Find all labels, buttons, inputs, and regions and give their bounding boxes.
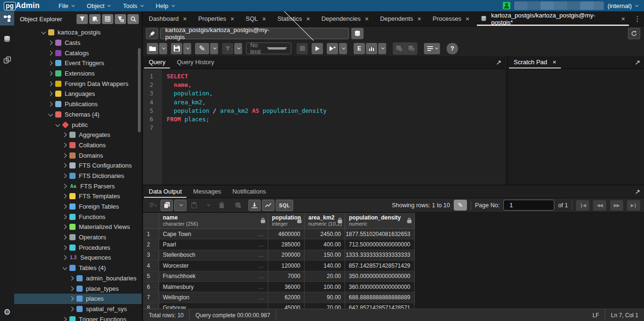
tree-item-casts[interactable]: Casts: [14, 38, 142, 48]
expand-icon[interactable]: [61, 213, 68, 220]
cell-name[interactable]: Paarl...: [159, 239, 268, 249]
download-results-icon[interactable]: [248, 200, 261, 211]
tab-dependents[interactable]: Dependents×: [374, 11, 427, 26]
save-file-icon[interactable]: [171, 43, 182, 54]
close-tab-icon[interactable]: ×: [466, 15, 469, 23]
menu-tools[interactable]: Tools: [116, 0, 149, 11]
tree-item-places[interactable]: places: [14, 294, 142, 304]
open-file-menu-icon[interactable]: [159, 43, 167, 54]
cell-name[interactable]: Cape Town...: [159, 229, 268, 239]
scratch-pad-body[interactable]: [508, 69, 644, 185]
expand-icon[interactable]: [61, 132, 68, 138]
search-icon[interactable]: [127, 14, 139, 24]
tree-item-fts-templates[interactable]: FTS Templates: [14, 191, 142, 202]
tree-item-collations[interactable]: Collations: [14, 140, 142, 151]
expand-icon[interactable]: [68, 296, 75, 302]
cell-population[interactable]: 200000: [268, 250, 305, 260]
tree-item-kartoza-postgis[interactable]: kartoza_postgis: [14, 27, 142, 38]
cell-population[interactable]: 45000: [268, 303, 305, 309]
cell-population[interactable]: 36000: [268, 282, 305, 292]
row-number-cell[interactable]: 5: [143, 271, 159, 281]
macros-icon[interactable]: [424, 43, 440, 54]
cell-population[interactable]: 120000: [268, 261, 305, 270]
tree-item-domains[interactable]: Domains: [14, 150, 142, 160]
edit-icon[interactable]: ✎: [195, 43, 209, 54]
cell-name[interactable]: Franschhoek...: [159, 271, 268, 281]
cell-area_km2[interactable]: 150.00: [305, 250, 345, 260]
tree-item-public[interactable]: public: [14, 119, 142, 130]
tree-item-foreign-data-wrappers[interactable]: Foreign Data Wrappers: [14, 78, 142, 89]
tree-item-fts-dictionaries[interactable]: FTS Dictionaries: [14, 171, 142, 181]
collapse-icon[interactable]: [47, 111, 53, 118]
expand-icon[interactable]: [61, 193, 68, 200]
tab-processes[interactable]: Processes×: [427, 11, 475, 26]
tree-item-languages[interactable]: Languages: [14, 89, 142, 99]
expand-icon[interactable]: [47, 101, 53, 108]
close-tab-icon[interactable]: ×: [417, 15, 421, 23]
tree-item-tables-4-[interactable]: Tables (4): [14, 263, 142, 273]
scratch-pad-tab[interactable]: Scratch Pad ×: [508, 56, 562, 68]
column-header-population[interactable]: populationinteger: [268, 213, 305, 228]
row-number-cell[interactable]: 7: [143, 292, 159, 302]
tree-item-event-triggers[interactable]: Event Triggers: [14, 58, 142, 68]
tree-item-catalogs[interactable]: Catalogs: [14, 48, 142, 58]
tree-item-materialized-views[interactable]: Materialized Views: [14, 222, 142, 232]
cell-area_km2[interactable]: 90.00: [305, 292, 345, 302]
tree-item-fts-parsers[interactable]: AaFTS Parsers: [14, 181, 142, 191]
editor-tab-query[interactable]: Query: [143, 56, 171, 68]
copy-menu-icon[interactable]: [174, 200, 186, 211]
expand-icon[interactable]: [47, 91, 53, 97]
new-connection-icon[interactable]: [351, 28, 364, 39]
expand-icon[interactable]: [47, 80, 53, 87]
connection-status-icon[interactable]: [146, 28, 158, 39]
expand-scratch-pad-icon[interactable]: ↗: [635, 59, 640, 66]
expand-icon[interactable]: [61, 244, 68, 251]
add-row-icon[interactable]: [147, 200, 159, 211]
edit-menu-icon[interactable]: [210, 43, 218, 54]
save-file-menu-icon[interactable]: [183, 43, 191, 54]
tree-item-place-types[interactable]: place_types: [14, 283, 142, 294]
cell-area_km2[interactable]: 2450.00: [305, 229, 345, 239]
explain-analyze-icon[interactable]: [366, 43, 377, 54]
cancel-query-icon[interactable]: [297, 43, 308, 54]
explain-menu-icon[interactable]: [378, 43, 386, 54]
user-menu[interactable]: (internal): [608, 2, 637, 9]
rollback-icon[interactable]: [406, 43, 417, 54]
cell-name[interactable]: Grabouw...: [159, 303, 268, 309]
cursor-position-label[interactable]: Ln 7, Col 1: [605, 312, 644, 319]
cell-population_density[interactable]: 1877.5510204081632653: [345, 229, 415, 239]
cell-name[interactable]: Wellington...: [159, 292, 268, 302]
close-tab-icon[interactable]: ×: [621, 15, 625, 23]
connection-selector[interactable]: kartoza_postgis/kartoza_postgis@my-postg…: [160, 28, 349, 39]
expand-icon[interactable]: [47, 50, 53, 56]
expand-editor-icon[interactable]: ↗: [496, 59, 501, 66]
filtered-rows-icon[interactable]: [115, 14, 126, 24]
sql-editor[interactable]: 1234567 SELECT name, population, area_km…: [143, 69, 505, 185]
execute-query-icon[interactable]: [312, 43, 323, 54]
settings-gear-icon[interactable]: ⚙: [0, 305, 14, 319]
tab-properties[interactable]: Properties×: [193, 11, 240, 26]
cell-population[interactable]: 7000: [268, 271, 305, 281]
cell-population[interactable]: 285000: [268, 239, 305, 249]
row-number-cell[interactable]: 3: [143, 250, 159, 260]
tree-item-sequences[interactable]: 1.3Sequences: [14, 253, 142, 263]
tab-kartoza-postgis-kartoza-postgi[interactable]: kartoza_postgis/kartoza_postgis@my-postg…: [475, 11, 631, 26]
expand-icon[interactable]: [61, 142, 68, 148]
editor-tab-query-history[interactable]: Query History: [171, 56, 220, 68]
last-page-icon[interactable]: ▶❙: [627, 200, 640, 211]
tree-item-procedures[interactable]: Procedures: [14, 242, 142, 253]
cell-population_density[interactable]: 712.5000000000000000: [345, 239, 415, 249]
commit-icon[interactable]: [393, 43, 405, 54]
menu-help[interactable]: Help: [149, 0, 180, 11]
filter-rows-icon[interactable]: [222, 43, 233, 54]
expand-icon[interactable]: [61, 172, 68, 179]
graph-visualiser-icon[interactable]: [262, 200, 274, 211]
cell-area_km2[interactable]: 70.00: [305, 303, 345, 309]
cell-population_density[interactable]: 360.0000000000000000: [345, 282, 415, 292]
cell-population_density[interactable]: 1333.3333333333333333: [345, 250, 415, 260]
delete-row-icon[interactable]: [215, 200, 228, 211]
menu-file[interactable]: File: [52, 0, 80, 11]
expand-icon[interactable]: [61, 162, 68, 169]
expand-icon[interactable]: [47, 60, 53, 67]
cell-population_density[interactable]: 688.8888888888888889: [345, 292, 415, 302]
